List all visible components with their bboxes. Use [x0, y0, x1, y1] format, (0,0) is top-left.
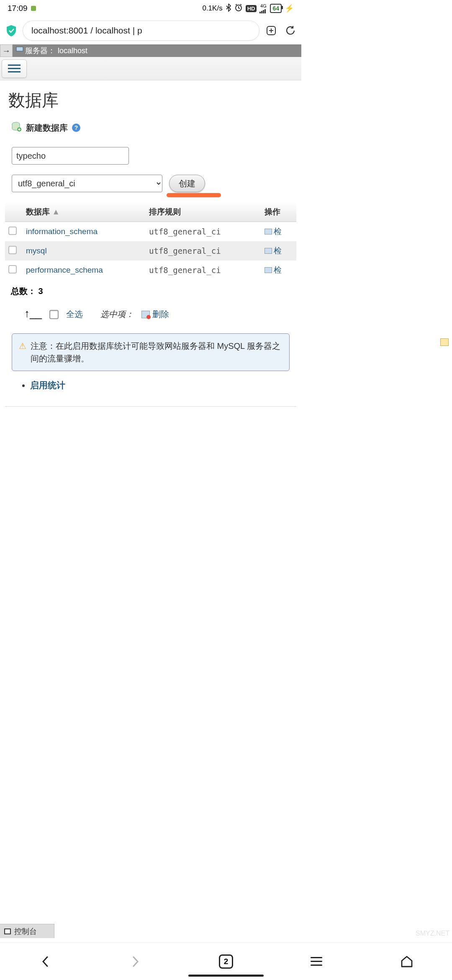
status-bar: 17:09 0.1K/s HD 4G 64 ⚡: [0, 0, 301, 17]
arrow-up-icon: ↑__: [24, 307, 42, 320]
create-button[interactable]: 创建: [169, 175, 205, 192]
delete-button[interactable]: 删除: [141, 309, 169, 320]
browser-toolbar: localhost:8001 / localhost | p: [0, 17, 301, 44]
status-time: 17:09: [8, 4, 28, 13]
battery-icon: 64: [270, 4, 282, 13]
col-collation[interactable]: 排序规则: [146, 202, 261, 222]
panel-toggle-arrow[interactable]: →: [0, 44, 13, 57]
server-name[interactable]: localhost: [58, 46, 87, 55]
svg-rect-7: [18, 52, 21, 53]
row-collation: utf8_general_ci: [146, 241, 261, 260]
warning-icon: ⚠: [19, 340, 26, 365]
selected-items-label: 选中项：: [100, 309, 134, 320]
delete-icon: [141, 311, 150, 318]
server-label: 服务器：: [25, 46, 55, 56]
sort-asc-icon: ▲: [52, 207, 60, 216]
row-checkbox[interactable]: [8, 227, 17, 235]
table-row: performance_schema utf8_general_ci 检: [5, 260, 296, 280]
col-database[interactable]: 数据库 ▲: [23, 202, 146, 222]
check-privileges-link[interactable]: 检: [265, 245, 293, 256]
row-collation: utf8_general_ci: [146, 222, 261, 242]
col-checkbox: [5, 202, 23, 222]
bluetooth-icon: [226, 3, 231, 14]
svg-rect-6: [16, 47, 23, 51]
table-icon: [265, 267, 272, 273]
charging-icon: ⚡: [285, 4, 294, 13]
notice-box: ⚠ 注意：在此启用数据库统计可能导致网站服务器和 MySQL 服务器之间的流量骤…: [12, 333, 290, 371]
breadcrumb-bar: → 服务器： localhost: [0, 44, 301, 57]
shield-icon[interactable]: [6, 24, 17, 37]
network-speed: 0.1K/s: [202, 4, 222, 13]
table-icon: [265, 248, 272, 254]
new-database-icon: [12, 122, 22, 134]
db-link[interactable]: performance_schema: [26, 266, 103, 274]
select-all-checkbox[interactable]: [49, 310, 59, 319]
help-icon[interactable]: ?: [72, 124, 80, 132]
table-row: information_schema utf8_general_ci 检: [5, 222, 296, 242]
check-privileges-link[interactable]: 检: [265, 265, 293, 276]
page-title: 数据库: [8, 89, 296, 112]
select-all-link[interactable]: 全选: [66, 309, 83, 320]
status-indicator-icon: [31, 6, 36, 11]
url-field[interactable]: localhost:8001 / localhost | p: [23, 21, 259, 41]
svg-rect-1: [259, 12, 261, 13]
table-row: mysql utf8_general_ci 检: [5, 241, 296, 260]
server-icon: [16, 46, 23, 55]
notice-prefix: 注意：: [31, 341, 56, 351]
db-link[interactable]: mysql: [26, 246, 47, 255]
create-db-label: 新建数据库: [26, 122, 68, 134]
svg-rect-2: [261, 11, 262, 13]
alarm-icon: [234, 3, 243, 14]
total-count: 总数： 3: [5, 280, 296, 297]
row-checkbox[interactable]: [8, 246, 17, 254]
check-privileges-link[interactable]: 检: [265, 226, 293, 237]
menu-toggle-button[interactable]: [2, 59, 27, 78]
enable-stats-link[interactable]: 启用统计: [30, 380, 65, 390]
signal-4g: 4G: [259, 4, 267, 13]
url-text: localhost:8001 / localhost | p: [31, 26, 142, 36]
bookmark-add-icon[interactable]: [265, 25, 277, 36]
table-icon: [265, 229, 272, 235]
hd-icon: HD: [246, 5, 257, 12]
notice-text: 在此启用数据库统计可能导致网站服务器和 MySQL 服务器之间的流量骤增。: [31, 341, 280, 363]
db-name-input[interactable]: [12, 147, 129, 165]
svg-rect-4: [265, 9, 266, 13]
db-link[interactable]: information_schema: [26, 227, 98, 236]
bulk-actions: ↑__ 全选 选中项： 删除: [5, 297, 296, 329]
row-collation: utf8_general_ci: [146, 260, 261, 280]
col-action: 操作: [261, 202, 296, 222]
svg-rect-3: [263, 10, 264, 13]
reload-icon[interactable]: [285, 25, 296, 36]
collation-select[interactable]: utf8_general_ci: [12, 175, 162, 192]
divider: [5, 406, 296, 407]
database-table: 数据库 ▲ 排序规则 操作 information_schema utf8_ge…: [5, 202, 296, 280]
row-checkbox[interactable]: [8, 265, 17, 273]
